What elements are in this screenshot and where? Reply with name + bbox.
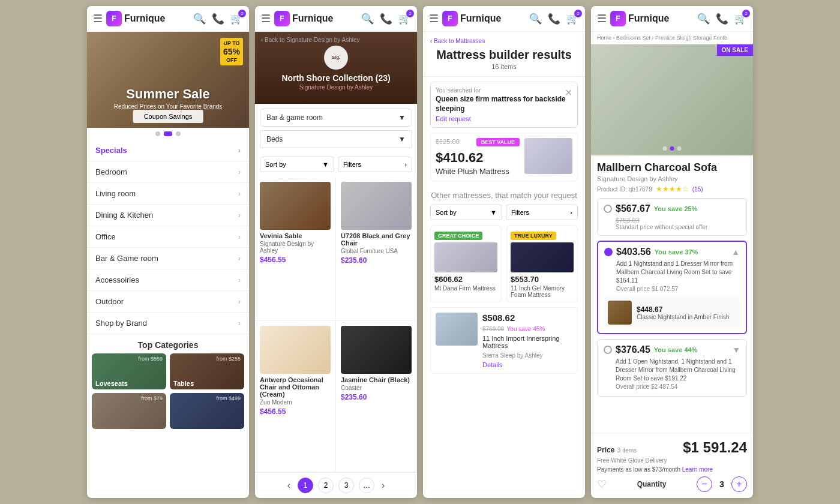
nav-item-living-room[interactable]: Living room › bbox=[87, 183, 249, 205]
logo-wrap-2: F Furnique bbox=[274, 11, 358, 26]
header-icons: 🔍 📞 🛒 2 bbox=[193, 13, 243, 25]
page-1-button[interactable]: 1 bbox=[298, 478, 313, 493]
prev-page-button[interactable]: ‹ bbox=[285, 478, 293, 493]
hero-title: Summer Sale bbox=[87, 86, 249, 102]
edit-request-link[interactable]: Edit request bbox=[436, 115, 572, 122]
expand-icon-2[interactable]: ▼ bbox=[732, 345, 740, 355]
featured-mattress-image bbox=[524, 138, 572, 174]
category-loveseats[interactable]: from $559 Loveseats bbox=[92, 353, 166, 389]
single-product-card[interactable]: $508.62 $769.00 You save 45% 11 Inch Imp… bbox=[430, 307, 578, 374]
total-price: $1 591.24 bbox=[683, 439, 747, 456]
phone-icon-3[interactable]: 📞 bbox=[548, 13, 560, 25]
cart-icon-2[interactable]: 🛒 2 bbox=[398, 13, 411, 25]
sort-button[interactable]: Sort by ▼ bbox=[260, 157, 334, 172]
cart-icon-3[interactable]: 🛒 2 bbox=[566, 13, 579, 25]
category-3[interactable]: from $79 bbox=[92, 393, 166, 429]
page-3-button[interactable]: 3 bbox=[338, 478, 354, 493]
back-to-mattresses-link[interactable]: ‹ Back to Mattresses bbox=[430, 38, 578, 44]
product-card-2[interactable]: Antwerp Occasional Chair and Ottoman (Cr… bbox=[255, 321, 336, 472]
quantity-increase-button[interactable]: + bbox=[731, 476, 747, 492]
hamburger-icon-4[interactable]: ☰ bbox=[597, 12, 607, 25]
category-tables[interactable]: from $255 Tables bbox=[170, 353, 244, 389]
cart-icon-4[interactable]: 🛒 2 bbox=[734, 13, 747, 25]
nav-item-bedroom[interactable]: Bedroom › bbox=[87, 161, 249, 183]
filters-button[interactable]: Filters › bbox=[338, 157, 412, 172]
nav-item-specials[interactable]: Specials › bbox=[87, 140, 249, 161]
hero-dot-2[interactable] bbox=[670, 146, 674, 151]
option-save-1: You save 37% bbox=[655, 248, 698, 256]
nav-item-office[interactable]: Office › bbox=[87, 226, 249, 248]
nav-item-outdoor[interactable]: Outdoor › bbox=[87, 291, 249, 313]
dropdown-arrow-icon-2: ▼ bbox=[398, 135, 406, 143]
collection-banner: ‹ Back to Signature Design by Ashley Sig… bbox=[255, 32, 417, 104]
product-image-2 bbox=[260, 326, 331, 374]
sort-button-2[interactable]: Sort by ▼ bbox=[430, 205, 502, 220]
type-dropdown[interactable]: Beds ▼ bbox=[260, 130, 412, 148]
search-icon-2[interactable]: 🔍 bbox=[361, 13, 374, 25]
mini-card-0[interactable]: GREAT CHOICE $606.62 Mt Dana Firm Mattre… bbox=[430, 225, 502, 302]
mini-mattress-image-1 bbox=[511, 242, 574, 272]
details-link[interactable]: Details bbox=[482, 361, 572, 368]
price-option-1[interactable]: $403.56 You save 37% ▲ Add 1 Nightstand … bbox=[597, 241, 747, 334]
chevron-icon: › bbox=[238, 190, 241, 198]
top-categories-title: Top Categories bbox=[87, 334, 249, 353]
product-id: Product ID: qb17679 bbox=[597, 186, 652, 193]
bundle-info: $448.67 Classic Nightstand in Amber Fini… bbox=[637, 305, 736, 320]
hero-text: Summer Sale Reduced Prices on Your Favor… bbox=[87, 86, 249, 110]
radio-option-1[interactable] bbox=[604, 248, 613, 256]
chevron-icon: › bbox=[238, 146, 241, 155]
page-dots[interactable]: … bbox=[359, 478, 374, 493]
page-2-button[interactable]: 2 bbox=[318, 478, 334, 493]
product-price-3: $235.60 bbox=[341, 393, 412, 401]
wishlist-button[interactable]: ♡ bbox=[597, 478, 607, 491]
mini-card-1[interactable]: TRUE LUXURY $553.70 11 Inch Gel Memory F… bbox=[506, 225, 578, 302]
product-card-1[interactable]: U7208 Black and Grey Chair Global Furnit… bbox=[336, 177, 417, 321]
sort-filter-row-2: Sort by ▼ Filters › bbox=[430, 205, 578, 220]
logo-text-4: Furnique bbox=[628, 13, 669, 24]
product-brand-3: Coaster bbox=[341, 385, 412, 391]
close-search-button[interactable]: ✕ bbox=[565, 87, 572, 98]
hamburger-icon-2[interactable]: ☰ bbox=[261, 12, 271, 25]
dot-3[interactable] bbox=[176, 131, 181, 136]
next-page-button[interactable]: › bbox=[379, 478, 387, 493]
collection-sub: Signature Design by Ashley bbox=[299, 84, 373, 91]
dot-1[interactable] bbox=[155, 131, 160, 136]
cart-icon[interactable]: 🛒 2 bbox=[230, 13, 243, 25]
mini-price-0: $606.62 bbox=[434, 275, 497, 284]
hamburger-icon[interactable]: ☰ bbox=[93, 12, 103, 25]
back-link[interactable]: ‹ Back to Signature Design by Ashley bbox=[261, 37, 360, 43]
price-option-2[interactable]: $376.45 You save 44% ▼ Add 1 Open Nights… bbox=[597, 339, 747, 397]
product-name-0: Vevinia Sable bbox=[260, 232, 331, 239]
hamburger-icon-3[interactable]: ☰ bbox=[429, 12, 439, 25]
category-4[interactable]: from $499 bbox=[170, 393, 244, 429]
logo-icon-4: F bbox=[610, 11, 626, 26]
single-product-info: $508.62 $769.00 You save 45% 11 Inch Imp… bbox=[482, 313, 572, 368]
phone-icon-2[interactable]: 📞 bbox=[380, 13, 392, 25]
phone-icon[interactable]: 📞 bbox=[212, 13, 224, 25]
phone-icon-4[interactable]: 📞 bbox=[716, 13, 728, 25]
nav-item-bar-game-room[interactable]: Bar & Game room › bbox=[87, 248, 249, 269]
radio-option-0[interactable] bbox=[604, 205, 612, 213]
nav-item-dining-kitchen[interactable]: Dining & Kitchen › bbox=[87, 205, 249, 226]
price-option-0[interactable]: $567.67 You save 25% $753.03 Standart pr… bbox=[597, 198, 747, 236]
coupon-savings-button[interactable]: Coupon Savings bbox=[133, 110, 203, 123]
nav-item-accessories[interactable]: Accessoiries › bbox=[87, 269, 249, 291]
product-image-3 bbox=[341, 326, 412, 374]
quantity-decrease-button[interactable]: − bbox=[697, 476, 712, 492]
dot-2[interactable] bbox=[164, 131, 172, 136]
product-card-3[interactable]: Jasmine Chair (Black) Coaster $235.60 bbox=[336, 321, 417, 472]
expand-icon-1[interactable]: ▲ bbox=[731, 247, 740, 257]
radio-option-2[interactable] bbox=[604, 346, 612, 354]
nav-item-shop-by-brand[interactable]: Shop by Brand › bbox=[87, 313, 249, 334]
hero-dot-1[interactable] bbox=[663, 146, 667, 151]
learn-more-link[interactable]: Learn more bbox=[682, 466, 713, 473]
filters-button-2[interactable]: Filters › bbox=[506, 205, 578, 220]
product-card-0[interactable]: Vevinia Sable Signature Design by Ashley… bbox=[255, 177, 336, 321]
room-dropdown[interactable]: Bar & game room ▼ bbox=[260, 109, 412, 127]
search-icon-3[interactable]: 🔍 bbox=[529, 13, 542, 25]
logo-wrap-4: F Furnique bbox=[610, 11, 694, 26]
search-icon[interactable]: 🔍 bbox=[193, 13, 206, 25]
great-choice-badge: GREAT CHOICE bbox=[434, 232, 482, 240]
hero-dot-3[interactable] bbox=[677, 146, 682, 151]
search-icon-4[interactable]: 🔍 bbox=[697, 13, 710, 25]
